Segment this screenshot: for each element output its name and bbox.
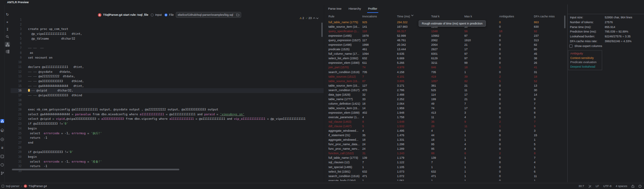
editor-vertical-scrollbar[interactable] — [321, 23, 323, 37]
profiler-row[interactable]: expression_elem (1589)4021.948413308 — [325, 110, 566, 115]
lock-toggle[interactable] — [631, 184, 634, 188]
indent-selector[interactable]: 4 spaces — [616, 184, 627, 188]
profiler-row[interactable]: table_source_item (15...141.959741708 — [325, 106, 566, 110]
profiler-row[interactable]: expression (1495)197852.99910982970237 — [325, 33, 566, 38]
code-line[interactable]: 26 return -1 — [11, 136, 324, 140]
code-line[interactable]: 13—— —— @a2222222222 dtdate, — [11, 74, 324, 79]
code-line[interactable]: 32 return -1 — [11, 164, 324, 169]
profiler-row[interactable]: set_special (1485)11.1051101 — [325, 165, 566, 169]
profiler-row[interactable]: query_specification (1...11866.317134856… — [325, 29, 566, 33]
profiler-row[interactable]: full_column_name (17...10948.63583019704… — [325, 52, 566, 56]
code-line[interactable]: 18 — [11, 98, 324, 103]
services-toolwindow-button[interactable]: ≣ — [0, 146, 4, 150]
profiler-row[interactable]: sql_clause (1463)81.64836927 — [325, 119, 566, 124]
profiler-row[interactable]: select_list_elem (1592)6326.669612997038 — [325, 56, 566, 61]
problems-toolwindow-button[interactable]: ! — [0, 163, 4, 167]
caret-position[interactable]: 30:7 — [578, 184, 584, 188]
readonly-toggle[interactable] — [588, 184, 592, 188]
antlr-preview-toolwindow-button[interactable] — [0, 119, 4, 123]
profiler-row[interactable]: aggregate_windowed...181.33118101 — [325, 137, 566, 142]
tab-hierarchy[interactable]: Hierarchy — [345, 5, 365, 13]
input-radio[interactable] — [151, 14, 154, 16]
code-line[interactable]: 2 — [11, 22, 324, 27]
column-header-dfa-cache-miss[interactable]: DFA cache miss — [534, 15, 555, 18]
profiler-row[interactable]: ddl_clause (1467)51.532281119 — [325, 124, 566, 128]
code-line[interactable]: 14—— —— @a333333333333 dtkind, — [11, 79, 324, 84]
column-header-time-ms-[interactable]: Time (ms) — [397, 15, 410, 18]
line-ending-selector[interactable]: LF — [596, 184, 599, 188]
profiler-row[interactable]: column_definition (1421)182.06449707 — [325, 101, 566, 106]
terminal-toolwindow-button[interactable]: >_ — [0, 155, 4, 158]
profiler-row[interactable]: expression_elem (1590)6115.266321199026 — [325, 61, 566, 65]
profiler-row[interactable]: func_proc_name_serv...241.28995405 — [325, 146, 566, 151]
file-path-field[interactable]: ebelice/Github/tsql-parser/examples/big.… — [176, 12, 241, 18]
code-line[interactable]: 1 — [11, 17, 324, 22]
profiler-row[interactable]: predicate (1525)46113.444292717080 — [325, 47, 566, 52]
breadcrumb-project[interactable]: tsql-parser — [6, 184, 20, 188]
code-line[interactable]: 8 as — [11, 51, 324, 55]
profiler-row[interactable]: table_source_item (15...1273.17138121013 — [325, 83, 566, 88]
refresh-preview-button[interactable]: ↻ — [5, 12, 10, 17]
profiler-row[interactable]: func_proc_name_data...241.29895405 — [325, 142, 566, 146]
profiler-row[interactable]: aggregate_windowed...41.4954103 — [325, 128, 566, 133]
code-line[interactable]: 5 @p_tblname dtchar32 — [11, 36, 324, 41]
expert-columns-checkbox[interactable] — [569, 44, 573, 48]
profiler-row[interactable]: query_expression (1527)11748.76120621910… — [325, 38, 566, 43]
profiler-row[interactable]: select_list (1581)6321.073632106 — [325, 169, 566, 174]
profiler-row[interactable]: if_statement (31)351.476441015 — [325, 133, 566, 137]
code-line[interactable]: 24begin — [11, 126, 324, 131]
code-line[interactable]: 22select @vipid = vipid,@vipa33333333333… — [11, 117, 324, 121]
profiler-row[interactable]: table_sources (1512)74.10141939218 — [325, 74, 566, 79]
code-line[interactable]: 16—— @vipid dtchar32, — [11, 88, 324, 93]
code-line[interactable]: 11declare @a1111111111111 dtint, — [11, 65, 324, 70]
breadcrumb[interactable]: tsql-parser › A TSqlParser.g4 — [2, 183, 47, 189]
profiler-row[interactable]: search_condition (1516)4711.0724711011 — [325, 174, 566, 178]
inspection-widget[interactable]: ⚠2 ✓23 — [299, 16, 318, 20]
folder-icon[interactable] — [236, 14, 239, 16]
next-problem-button[interactable] — [316, 16, 318, 19]
profiler-row[interactable]: table_source_item (15...873.805105782552 — [325, 79, 566, 83]
profiler-row[interactable]: search_condition (1517)4702.78652511030 — [325, 88, 566, 92]
column-header-rule[interactable]: Rule — [328, 15, 335, 18]
profiler-row[interactable]: function_call (1522)311.24388628 — [325, 151, 566, 156]
notifications-button[interactable]: ! — [639, 185, 641, 188]
profiler-row[interactable]: table_name (1777)332.2521992109 — [325, 97, 566, 101]
file-radio[interactable] — [165, 14, 167, 16]
show-hierarchy-toggle[interactable] — [5, 49, 10, 54]
profiler-row[interactable]: data_type (1829)322.48811417014 — [325, 92, 566, 97]
file-radio-label[interactable]: File — [169, 13, 174, 16]
code-line[interactable]: 28 — [11, 145, 324, 150]
show-expert-columns-row[interactable]: Show expert columns — [569, 44, 602, 48]
code-line[interactable]: 3create proc up_com_test — [11, 27, 324, 32]
code-line[interactable]: 25 select errorcode = -1, errormsg = '执行… — [11, 131, 324, 136]
prev-problem-button[interactable] — [313, 17, 315, 19]
input-radio-label[interactable]: Input — [155, 13, 162, 16]
profiler-row[interactable]: search_condition (1519)7354.1587351031 — [325, 70, 566, 74]
editor-horizontal-scrollbar[interactable] — [12, 169, 179, 170]
code-line[interactable]: 9set nocount on — [11, 55, 324, 60]
column-header-total-k[interactable]: Total k — [431, 15, 440, 18]
profiler-row[interactable]: execute_body (1264)11.0611101 — [325, 178, 566, 181]
code-line[interactable]: 20exec nb_com_getsysconfig @a11111111111… — [11, 107, 324, 112]
antlr-toolwindow-button[interactable]: A — [0, 137, 4, 141]
code-line[interactable]: 23if @a333333333333 !='0' — [11, 121, 324, 126]
git-toolwindow-button[interactable] — [0, 171, 4, 175]
profiler-row[interactable]: expression (1498)199820.342206421082 — [325, 43, 566, 47]
stop-button[interactable]: ■ — [5, 20, 10, 24]
run-toolwindow-button[interactable]: ▶ — [0, 128, 4, 132]
column-header-ambiguities[interactable]: Ambiguities — [499, 15, 514, 18]
code-line[interactable]: 7—— —— —— — [11, 46, 324, 51]
code-line[interactable]: 27end — [11, 140, 324, 145]
code-line[interactable]: 19 — [11, 102, 324, 107]
scroll-to-source-button[interactable] — [5, 34, 10, 39]
code-editor[interactable]: 123create proc up_com_test4 @p_vipa11111… — [11, 17, 324, 182]
export-button[interactable]: ↧ — [5, 27, 10, 32]
tab-parse-tree[interactable]: Parse tree — [325, 5, 345, 13]
code-line[interactable]: 10 — [11, 60, 324, 65]
profiler-row[interactable]: sql_clauses (12)71.1227104 — [325, 160, 566, 165]
tab-profiler[interactable]: Profiler — [365, 5, 381, 13]
code-line[interactable]: 12—— —— @sysdate dtdate, — [11, 70, 324, 74]
profiler-row[interactable]: join_part (1570)744.97884618641 — [325, 65, 566, 70]
code-line[interactable]: 15—— —— @a444444444444444 dtint, — [11, 84, 324, 89]
code-line[interactable]: 6 — [11, 41, 324, 46]
